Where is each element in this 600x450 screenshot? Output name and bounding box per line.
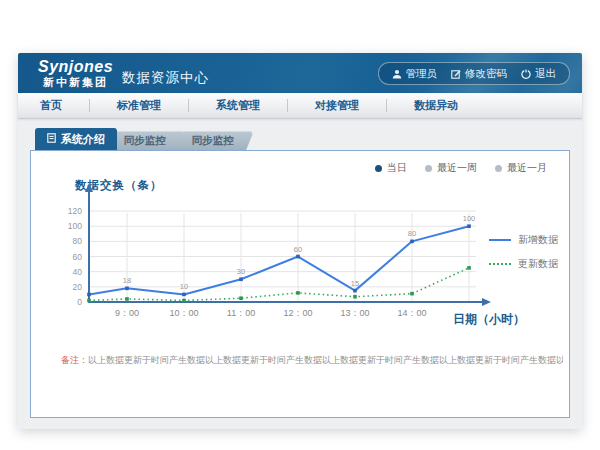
radio-dot-icon (375, 165, 382, 172)
nav-item-standard-mgmt[interactable]: 标准管理 (90, 99, 189, 112)
main-nav: 首页 标准管理 系统管理 对接管理 数据异动 (18, 93, 582, 119)
tab-bar: 系统介绍 同步监控 同步监控 (35, 128, 250, 150)
svg-text:10: 10 (180, 282, 188, 291)
edit-icon (451, 69, 461, 79)
time-range-filter: 当日 最近一周 最近一月 (375, 161, 547, 175)
dotted-line-icon (489, 263, 511, 265)
change-password-button[interactable]: 修改密码 (451, 67, 507, 81)
logo-text-cn: 新中新集团 (38, 76, 113, 88)
svg-text:9：00: 9：00 (115, 308, 139, 318)
company-logo: Synjones 新中新集团 (38, 58, 113, 88)
svg-text:80: 80 (73, 236, 83, 246)
svg-text:11：00: 11：00 (227, 308, 255, 318)
svg-text:15: 15 (351, 279, 359, 288)
nav-item-interface-mgmt[interactable]: 对接管理 (288, 99, 387, 112)
radio-today[interactable]: 当日 (375, 161, 407, 175)
svg-text:40: 40 (73, 267, 83, 277)
page-title: 数据资源中心 (122, 69, 209, 87)
svg-text:30: 30 (237, 267, 245, 276)
svg-text:14：00: 14：00 (397, 308, 426, 318)
svg-text:80: 80 (408, 229, 416, 238)
svg-text:12：00: 12：00 (283, 308, 312, 318)
svg-text:10：00: 10：00 (169, 308, 198, 318)
x-axis-title: 日期（小时） (453, 311, 525, 328)
person-icon (392, 69, 402, 79)
nav-item-data-change[interactable]: 数据异动 (387, 99, 485, 112)
radio-dot-icon (495, 165, 502, 172)
nav-item-system-mgmt[interactable]: 系统管理 (189, 99, 288, 112)
chart-legend: 新增数据 更新数据 (489, 233, 558, 281)
logout-button[interactable]: 退出 (521, 67, 556, 81)
solid-line-icon (489, 239, 511, 241)
svg-text:60: 60 (294, 245, 302, 254)
svg-text:0: 0 (77, 297, 82, 307)
legend-item-update-data: 更新数据 (489, 257, 558, 271)
content-area: 系统介绍 同步监控 同步监控 当日 最近一周 (18, 119, 582, 429)
user-toolbar: 管理员 修改密码 退出 (378, 62, 571, 85)
svg-text:20: 20 (73, 282, 83, 292)
app-window: Synjones 新中新集团 数据资源中心 管理员 修改密码 退出 (18, 53, 582, 429)
user-menu-button[interactable]: 管理员 (392, 67, 438, 81)
power-icon (521, 69, 531, 79)
svg-text:60: 60 (73, 252, 83, 262)
svg-text:120: 120 (68, 206, 82, 216)
radio-last-month[interactable]: 最近一月 (495, 161, 547, 175)
tab-system-intro[interactable]: 系统介绍 (35, 128, 117, 150)
footnote: 备注：以上数据更新于时间产生数据以上数据更新于时间产生数据以上数据更新于时间产生… (61, 354, 563, 367)
logo-text-en: Synjones (38, 58, 113, 76)
radio-last-week[interactable]: 最近一周 (425, 161, 477, 175)
svg-text:18: 18 (123, 276, 131, 285)
chart-panel: 当日 最近一周 最近一月 数据交换（条） 0204060801001209：00… (30, 150, 570, 418)
nav-item-home[interactable]: 首页 (18, 99, 90, 112)
footnote-text: 以上数据更新于时间产生数据以上数据更新于时间产生数据以上数据更新于时间产生数据以… (88, 355, 563, 365)
document-icon (47, 133, 56, 145)
legend-item-new-data: 新增数据 (489, 233, 558, 247)
footnote-label: 备注： (61, 355, 88, 365)
radio-dot-icon (425, 165, 432, 172)
svg-text:13：00: 13：00 (340, 308, 369, 318)
app-header: Synjones 新中新集团 数据资源中心 管理员 修改密码 退出 (18, 53, 582, 93)
svg-text:100: 100 (463, 214, 476, 223)
svg-text:100: 100 (68, 221, 82, 231)
